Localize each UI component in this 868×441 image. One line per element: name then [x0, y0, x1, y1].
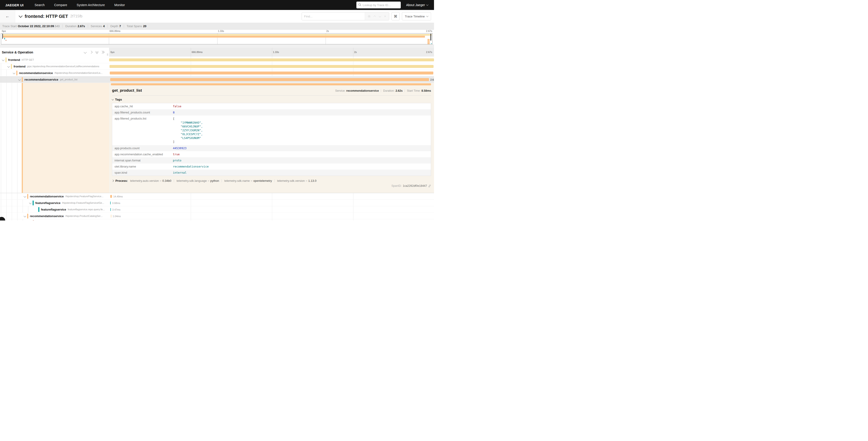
span-timeline-cell[interactable]: [109, 70, 434, 76]
span-name-cell[interactable]: featureflagservicefeatureflagservice.rep…: [0, 206, 109, 212]
span-duration-bar[interactable]: [111, 215, 111, 217]
span-color-bar: [27, 214, 28, 218]
span-name-cell[interactable]: recommendationservice/hipstershop.Featur…: [0, 193, 109, 200]
span-duration-bar[interactable]: [111, 208, 111, 211]
trace-lookup-input[interactable]: [356, 2, 401, 8]
trace-header: ← frontend: HTTP GET 2f715fb × ⌘ Trace T…: [0, 10, 434, 23]
trace-collapse-icon[interactable]: [19, 14, 23, 18]
back-arrow-icon: ←: [5, 14, 10, 19]
tag-row: app.filtered_products.count8: [112, 109, 431, 115]
divider: [124, 25, 124, 28]
back-button[interactable]: ←: [0, 10, 15, 23]
service-value: recommendationservice: [346, 89, 379, 92]
meta-item: Depth7: [111, 25, 121, 28]
span-expander-icon[interactable]: [18, 78, 21, 81]
find-input[interactable]: [302, 12, 365, 20]
span-duration-bar[interactable]: [110, 78, 429, 81]
indent-guide: [17, 219, 18, 220]
equals-sign: =: [251, 179, 252, 182]
span-duration-bar[interactable]: [110, 195, 112, 198]
span-service-name: recommendationservice: [25, 78, 58, 81]
process-section-toggle[interactable]: Process:telemetry.auto.version=0.34b0tel…: [112, 179, 431, 182]
tags-section-toggle[interactable]: Tags: [112, 98, 431, 101]
tick-label-header: 2s: [354, 51, 357, 53]
minimap-drag-handle-left[interactable]: [2, 34, 3, 39]
json-bracket: [: [173, 117, 429, 121]
trace-header-actions: × ⌘ Trace Timeline: [302, 12, 431, 20]
collapse-all-icon[interactable]: [96, 51, 98, 53]
span-row[interactable]: [0, 219, 434, 220]
tag-value: ["1YMWWN1N4O","66VCHSJNUP","2ZYFJ3GM2N",…: [170, 115, 431, 145]
span-timeline-cell[interactable]: [109, 219, 434, 220]
meta-label: Services: [91, 25, 102, 28]
span-name-cell[interactable]: recommendationserviceget_product_list: [0, 76, 109, 83]
span-duration-bar[interactable]: [110, 202, 111, 204]
link-icon[interactable]: [428, 184, 431, 187]
span-name-cell[interactable]: [0, 219, 109, 220]
span-duration-bar[interactable]: [110, 71, 434, 75]
app-brand[interactable]: JAEGER UI: [5, 3, 24, 7]
span-timeline-cell[interactable]: 3.68ms: [109, 200, 434, 206]
nav-item-monitor[interactable]: Monitor: [114, 3, 125, 7]
span-row[interactable]: frontendHTTP GET: [0, 57, 434, 63]
expand-one-icon[interactable]: [90, 51, 93, 54]
span-row[interactable]: frontendgrpc.hipstershop.RecommendationS…: [0, 63, 434, 70]
tick-label-header: 0μs: [111, 51, 115, 53]
column-resize-handle[interactable]: [107, 53, 108, 56]
span-timeline-cell[interactable]: 2.62s: [109, 76, 434, 83]
find-controls: ×: [365, 12, 389, 20]
span-timeline-cell[interactable]: 14.49ms: [109, 193, 434, 200]
span-expander-icon[interactable]: [13, 71, 15, 74]
span-name-cell[interactable]: frontendgrpc.hipstershop.RecommendationS…: [0, 63, 109, 69]
span-name-cell[interactable]: recommendationservice/hipstershop.Produc…: [0, 213, 109, 219]
span-service-name: frontend: [8, 58, 20, 62]
find-prev-icon[interactable]: [373, 16, 376, 18]
tag-key: app.filtered_products.list: [112, 115, 171, 145]
span-name-cell[interactable]: frontendHTTP GET: [0, 57, 109, 63]
expand-all-icon[interactable]: [102, 51, 104, 53]
span-timeline-cell[interactable]: 3.47ms: [109, 206, 434, 212]
nav-item-compare[interactable]: Compare: [54, 3, 67, 7]
span-row[interactable]: featureflagservice/hipstershop.FeatureFl…: [0, 200, 434, 206]
find-next-icon[interactable]: [378, 15, 381, 17]
span-duration-bar[interactable]: [110, 65, 434, 68]
span-row[interactable]: recommendationserviceget_product_list2.6…: [0, 76, 434, 83]
span-row[interactable]: recommendationservice/hipstershop.Featur…: [0, 193, 434, 200]
nav-item-search[interactable]: Search: [35, 3, 44, 7]
keyboard-shortcuts-button[interactable]: ⌘: [392, 12, 400, 20]
span-color-bar: [27, 194, 28, 199]
focus-target-icon[interactable]: [368, 15, 370, 18]
minimap-span-bar: [428, 43, 430, 44]
tag-key: app.products.count: [112, 145, 171, 151]
minimap-canvas[interactable]: [1, 33, 433, 45]
meta-label: Total Spans: [127, 25, 142, 28]
span-expander-icon[interactable]: [24, 215, 26, 217]
find-clear-icon[interactable]: ×: [384, 15, 386, 18]
span-name-cell[interactable]: featureflagservice/hipstershop.FeatureFl…: [0, 200, 109, 206]
minimap-span-bar: [2, 34, 432, 35]
nav-item-system-architecture[interactable]: System Architecture: [77, 3, 105, 7]
span-name-cell[interactable]: recommendationservice/hipstershop.Recomm…: [0, 70, 109, 76]
collapse-one-icon[interactable]: [84, 51, 87, 54]
indent-guide: [23, 200, 23, 206]
tag-row: otel.library.namerecommendationservice: [112, 164, 431, 170]
span-timeline-cell[interactable]: 1.04ms: [109, 213, 434, 219]
tag-row: span.kindinternal: [112, 170, 431, 176]
start-time-value: 8.58ms: [422, 89, 431, 92]
minimap-drag-handle-right[interactable]: [430, 34, 431, 40]
span-expander-icon[interactable]: [29, 202, 31, 204]
span-row[interactable]: recommendationservice/hipstershop.Recomm…: [0, 70, 434, 76]
tag-key: span.kind: [112, 170, 171, 176]
span-timeline-cell[interactable]: [109, 63, 434, 69]
meta-item: Trace StartOctober 22 2022, 22:10:09.543: [2, 25, 60, 28]
span-expander-icon[interactable]: [7, 65, 10, 67]
span-timeline-cell[interactable]: [109, 57, 434, 63]
span-row[interactable]: featureflagservicefeatureflagservice.rep…: [0, 206, 434, 213]
span-duration-bar[interactable]: [109, 58, 434, 61]
about-jaeger-menu[interactable]: About Jaeger: [406, 3, 428, 7]
span-row[interactable]: recommendationservice/hipstershop.Produc…: [0, 213, 434, 219]
span-expander-icon[interactable]: [2, 58, 4, 61]
span-color-bar: [33, 220, 34, 221]
view-selector-button[interactable]: Trace Timeline: [402, 12, 431, 20]
span-expander-icon[interactable]: [24, 195, 26, 198]
